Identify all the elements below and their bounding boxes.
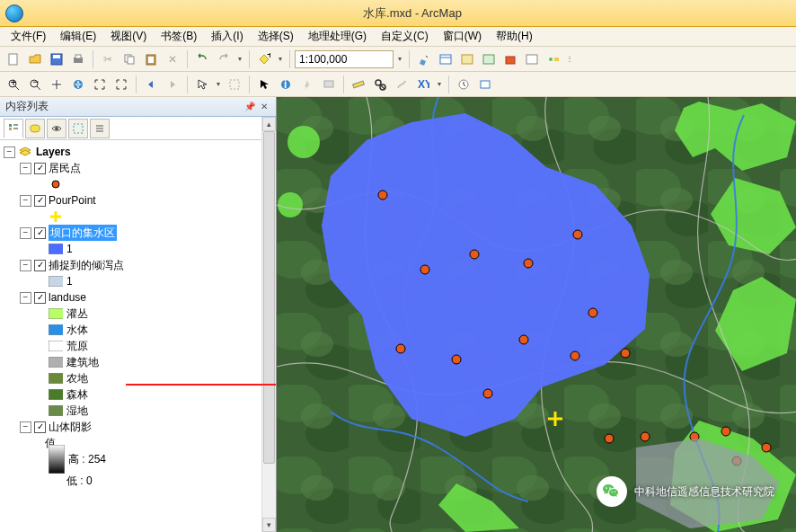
layer-checkbox[interactable] bbox=[34, 195, 46, 207]
svg-rect-51 bbox=[49, 341, 63, 351]
select-features-button[interactable] bbox=[192, 75, 212, 94]
scale-dropdown[interactable]: ▾ bbox=[395, 49, 404, 69]
pin-icon[interactable]: 📌 bbox=[243, 101, 256, 113]
svg-point-63 bbox=[287, 126, 320, 158]
time-slider-button[interactable] bbox=[454, 75, 473, 94]
collapse-icon[interactable]: − bbox=[20, 292, 31, 304]
collapse-icon[interactable]: − bbox=[20, 421, 31, 433]
menu-geoprocessing[interactable]: 地理处理(G) bbox=[301, 29, 374, 44]
layer-row-landuse[interactable]: − landuse bbox=[2, 289, 274, 306]
find-button[interactable] bbox=[370, 75, 390, 94]
cut-button[interactable]: ✂ bbox=[98, 49, 118, 69]
undo-dropdown[interactable]: ▾ bbox=[235, 49, 244, 69]
back-extent-button[interactable] bbox=[141, 75, 161, 94]
fixed-zoom-out-button[interactable] bbox=[111, 75, 131, 94]
fixed-zoom-in-button[interactable] bbox=[90, 75, 110, 94]
layer-checkbox[interactable] bbox=[34, 227, 46, 239]
layer-row-hillshade[interactable]: − 山体阴影 bbox=[2, 419, 274, 435]
menu-file[interactable]: 文件(F) bbox=[4, 29, 53, 44]
paste-button[interactable] bbox=[141, 49, 161, 69]
add-data-button[interactable]: + bbox=[254, 49, 274, 69]
measure-button[interactable] bbox=[349, 75, 368, 94]
tree-row-layers[interactable]: − Layers bbox=[2, 144, 274, 160]
forward-extent-button[interactable] bbox=[163, 75, 182, 94]
layer-checkbox[interactable] bbox=[34, 421, 46, 433]
redo-button[interactable] bbox=[214, 49, 234, 69]
select-elements-button[interactable] bbox=[254, 75, 274, 94]
fill-symbol bbox=[49, 244, 63, 254]
find-route-button[interactable] bbox=[392, 75, 411, 94]
delete-button[interactable]: ✕ bbox=[163, 49, 182, 69]
class-label: 1 bbox=[66, 273, 73, 289]
goto-xy-button[interactable]: XY bbox=[413, 75, 433, 94]
menu-customize[interactable]: 自定义(C) bbox=[374, 29, 436, 44]
layer-checkbox[interactable] bbox=[34, 260, 46, 271]
toc-scrollbar[interactable]: ▴ ▾ bbox=[261, 117, 276, 532]
pan-button[interactable] bbox=[47, 75, 66, 94]
svg-point-64 bbox=[278, 192, 303, 217]
list-by-visibility[interactable] bbox=[47, 119, 66, 138]
scale-input[interactable] bbox=[295, 50, 394, 68]
zoom-in-button[interactable]: + bbox=[4, 75, 23, 94]
options-button[interactable] bbox=[90, 119, 110, 138]
new-doc-button[interactable] bbox=[4, 49, 23, 69]
list-by-selection[interactable] bbox=[68, 119, 88, 138]
menu-view[interactable]: 视图(V) bbox=[103, 29, 154, 44]
svg-rect-42 bbox=[74, 124, 83, 133]
layer-checkbox[interactable] bbox=[34, 292, 46, 304]
collapse-icon[interactable]: − bbox=[20, 260, 31, 271]
menu-bookmarks[interactable]: 书签(B) bbox=[154, 29, 204, 44]
list-by-drawing-order[interactable] bbox=[4, 119, 23, 138]
editor-toolbar-button[interactable] bbox=[414, 49, 434, 69]
svg-rect-17 bbox=[554, 58, 559, 61]
collapse-icon[interactable]: − bbox=[20, 195, 31, 207]
collapse-icon[interactable]: − bbox=[4, 146, 15, 158]
layer-row-snap-pour[interactable]: − 捕捉到的倾泻点 bbox=[2, 257, 274, 273]
scroll-down-icon[interactable]: ▾ bbox=[262, 518, 276, 532]
svg-text:+: + bbox=[267, 53, 270, 61]
layer-checkbox[interactable] bbox=[34, 163, 46, 174]
arc-toolbox-button[interactable] bbox=[500, 49, 520, 69]
svg-rect-13 bbox=[483, 55, 494, 64]
create-viewer-button[interactable] bbox=[475, 75, 495, 94]
save-button[interactable] bbox=[47, 49, 66, 69]
class-label: 荒原 bbox=[66, 338, 88, 354]
python-window-button[interactable] bbox=[522, 49, 542, 69]
list-by-source[interactable] bbox=[25, 119, 45, 138]
close-panel-icon[interactable]: ✕ bbox=[258, 101, 270, 113]
layer-row-watershed[interactable]: − 坝口的集水区 bbox=[2, 225, 274, 241]
menu-window[interactable]: 窗口(W) bbox=[436, 29, 489, 44]
clear-selection-button[interactable] bbox=[225, 75, 244, 94]
menu-selection[interactable]: 选择(S) bbox=[251, 29, 301, 44]
print-button[interactable] bbox=[68, 49, 88, 69]
collapse-icon[interactable]: − bbox=[20, 227, 31, 239]
select-dropdown[interactable]: ▾ bbox=[214, 75, 223, 94]
html-popup-button[interactable] bbox=[319, 75, 339, 94]
catalog-button[interactable] bbox=[457, 49, 477, 69]
menu-edit[interactable]: 编辑(E) bbox=[53, 29, 103, 44]
svg-point-67 bbox=[470, 250, 479, 259]
table-of-contents-button[interactable] bbox=[436, 49, 455, 69]
watermark: 中科地信遥感信息技术研究院 bbox=[597, 476, 774, 507]
full-extent-button[interactable] bbox=[68, 75, 88, 94]
symbol-row: 1 bbox=[2, 241, 274, 257]
scroll-thumb[interactable] bbox=[263, 131, 275, 464]
scroll-up-icon[interactable]: ▴ bbox=[262, 117, 276, 131]
open-button[interactable] bbox=[25, 49, 45, 69]
add-data-dropdown[interactable]: ▾ bbox=[276, 49, 285, 69]
menu-insert[interactable]: 插入(I) bbox=[204, 29, 250, 44]
layer-row-pourpoint[interactable]: − PourPoint bbox=[2, 192, 274, 208]
copy-button[interactable] bbox=[119, 49, 139, 69]
model-builder-button[interactable] bbox=[544, 49, 563, 69]
xy-dropdown[interactable]: ▾ bbox=[435, 75, 444, 94]
layer-row-settlements[interactable]: − 居民点 bbox=[2, 160, 274, 176]
hyperlink-button[interactable] bbox=[297, 75, 317, 94]
search-window-button[interactable] bbox=[479, 49, 499, 69]
identify-button[interactable]: i bbox=[276, 75, 296, 94]
collapse-icon[interactable]: − bbox=[20, 163, 31, 174]
undo-button[interactable] bbox=[192, 49, 212, 69]
map-view[interactable]: 中科地信遥感信息技术研究院 bbox=[277, 97, 796, 532]
zoom-out-button[interactable]: − bbox=[25, 75, 45, 94]
menu-help[interactable]: 帮助(H) bbox=[489, 29, 540, 44]
toolbar-handle[interactable]: ⋮ bbox=[565, 49, 574, 69]
